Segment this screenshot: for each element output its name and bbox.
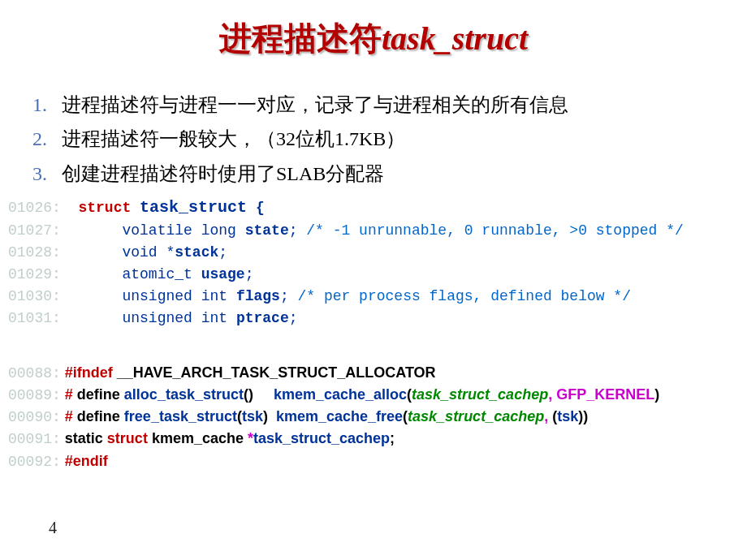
semicolon: ; <box>390 430 395 446</box>
code-line: 00090: # define free_task_struct(tsk) km… <box>8 406 747 428</box>
code-line: 00088: #ifndef __HAVE_ARCH_TASK_STRUCT_A… <box>8 362 747 384</box>
bullet-text: 进程描述符与进程一一对应，记录了与进程相关的所有信息 <box>62 89 568 120</box>
slide-title: 进程描述符task_struct <box>0 0 747 61</box>
arg: GFP_KERNEL <box>556 386 654 403</box>
type: unsigned int <box>122 288 235 304</box>
line-number: 00089: <box>8 387 61 403</box>
title-cn: 进程描述符 <box>219 20 382 56</box>
define: define <box>73 386 124 403</box>
param: tsk <box>242 408 263 424</box>
code-line: 01030: unsigned int flags; /* per proces… <box>8 286 747 308</box>
keyword: struct <box>107 430 152 446</box>
line-number: 00092: <box>8 454 61 470</box>
call: kmem_cache_free <box>276 408 403 424</box>
bullet-text: 创建进程描述符时使用了SLAB分配器 <box>62 158 384 189</box>
parens: () <box>244 386 274 403</box>
line-number: 01026: <box>8 200 61 216</box>
bullet-list: 1. 进程描述符与进程一一对应，记录了与进程相关的所有信息 2. 进程描述符一般… <box>32 89 747 189</box>
identifier: task_struct <box>140 198 247 217</box>
line-number: 01031: <box>8 310 61 326</box>
line-number: 00088: <box>8 365 61 381</box>
code-block-struct: 01026: struct task_struct { 01027: volat… <box>8 196 747 330</box>
semicolon: ; <box>289 310 298 326</box>
member: flags <box>236 288 280 304</box>
bullet-number: 3. <box>32 158 62 189</box>
code-line: 01029: atomic_t usage; <box>8 264 747 286</box>
call: kmem_cache_alloc <box>274 386 407 403</box>
semicolon: ; <box>218 244 227 261</box>
code-line: 01026: struct task_struct { <box>8 196 747 220</box>
comment: /* per process flags, defined below */ <box>289 288 631 304</box>
type: volatile long <box>122 222 244 239</box>
type: kmem_cache <box>152 430 248 446</box>
variable: task_struct_cachep <box>253 430 390 446</box>
preprocessor: #ifndef <box>65 364 117 381</box>
define: define <box>73 408 124 424</box>
bullet-text: 进程描述符一般较大，（32位机1.7KB） <box>62 123 405 154</box>
brace: { <box>247 200 265 216</box>
paren-close: ) <box>263 408 276 424</box>
bullet-number: 2. <box>32 123 62 154</box>
type: void * <box>122 244 175 261</box>
member: usage <box>201 266 245 282</box>
arg: tsk <box>557 408 578 424</box>
semicolon: ; <box>245 266 254 282</box>
preprocessor: # <box>65 408 73 424</box>
code-line: 01031: unsigned int ptrace; <box>8 308 747 330</box>
code-line: 01027: volatile long state; /* -1 unrunn… <box>8 220 747 242</box>
comma: , <box>548 386 556 403</box>
code-line: 00089: # define alloc_task_struct() kmem… <box>8 384 747 406</box>
member: state <box>245 222 289 239</box>
code-block-macros: 00088: #ifndef __HAVE_ARCH_TASK_STRUCT_A… <box>8 362 747 472</box>
member: stack <box>175 244 218 261</box>
macro: __HAVE_ARCH_TASK_STRUCT_ALLOCATOR <box>117 364 436 381</box>
title-en: task_struct <box>382 20 528 57</box>
code-line: 00091: static struct kmem_cache *task_st… <box>8 428 747 450</box>
code-line: 01028: void *stack; <box>8 242 747 264</box>
line-number: 01029: <box>8 266 61 282</box>
function-name: free_task_struct <box>124 408 237 424</box>
arg: task_struct_cachep <box>408 408 544 424</box>
bullet-item: 1. 进程描述符与进程一一对应，记录了与进程相关的所有信息 <box>32 89 747 120</box>
paren-close: ) <box>583 408 588 424</box>
preprocessor: #endif <box>65 453 108 469</box>
semicolon: ; <box>280 288 289 304</box>
bullet-item: 2. 进程描述符一般较大，（32位机1.7KB） <box>32 123 747 154</box>
bullet-number: 1. <box>32 89 62 120</box>
arg: task_struct_cachep <box>412 386 548 403</box>
line-number: 00091: <box>8 431 61 447</box>
comma: , <box>544 408 552 424</box>
preprocessor: # <box>65 386 73 403</box>
slide-number: 4 <box>49 519 57 537</box>
type: atomic_t <box>122 266 201 282</box>
line-number: 01027: <box>8 222 61 239</box>
line-number: 01028: <box>8 244 61 261</box>
keyword: struct <box>78 200 131 216</box>
paren-close: ) <box>654 386 659 403</box>
member: ptrace <box>236 310 289 326</box>
keyword: static <box>65 430 107 446</box>
type: unsigned int <box>122 310 235 326</box>
line-number: 00090: <box>8 409 61 425</box>
code-line: 00092: #endif <box>8 450 747 472</box>
bullet-item: 3. 创建进程描述符时使用了SLAB分配器 <box>32 158 747 189</box>
semicolon: ; <box>289 222 298 239</box>
line-number: 01030: <box>8 288 61 304</box>
function-name: alloc_task_struct <box>124 386 244 403</box>
comment: /* -1 unrunnable, 0 runnable, >0 stopped… <box>298 222 684 239</box>
star: * <box>248 430 253 446</box>
